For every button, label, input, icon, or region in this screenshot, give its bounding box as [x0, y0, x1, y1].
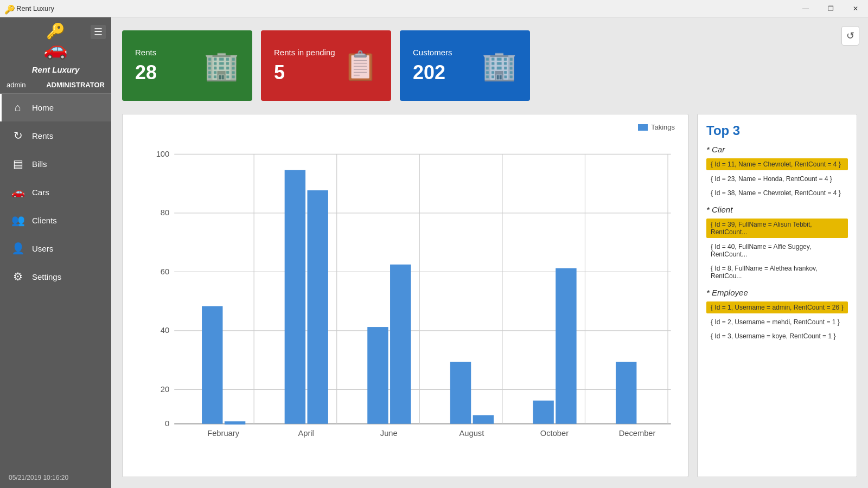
sidebar-item-clients[interactable]: 👥 Clients — [0, 206, 111, 234]
svg-rect-19 — [225, 421, 245, 425]
refresh-button[interactable]: ↺ — [841, 26, 859, 46]
stat-pending-label: Rents in pending — [274, 48, 335, 57]
sidebar-nav: ⌂ Home ↻ Rents ▤ Bills 🚗 Cars 👥 Clients … — [0, 94, 111, 467]
app-title: Rent Luxury — [16, 4, 54, 12]
stat-pending-icon: 📋 — [343, 49, 378, 82]
top3-employee-item-1: { Id = 1, Username = admin, RentCount = … — [706, 301, 848, 313]
minimize-button[interactable]: — — [793, 0, 818, 17]
stat-card-rents: Rents 28 🏢 — [122, 30, 252, 101]
sidebar-item-bills-label: Bills — [32, 159, 47, 169]
sidebar-item-settings[interactable]: ⚙ Settings — [0, 262, 111, 291]
top3-client-item-2: { Id = 40, FullName = Alfie Suggey, Rent… — [706, 241, 848, 260]
footer-datetime: 05/21/2019 10:16:20 — [9, 474, 68, 481]
sidebar-logo: 🔑 🚗 — [43, 24, 68, 59]
sidebar-item-rents[interactable]: ↻ Rents — [0, 121, 111, 150]
sidebar-item-users[interactable]: 👤 Users — [0, 234, 111, 262]
hamburger-button[interactable]: ☰ — [91, 25, 106, 39]
key-icon: 🔑 — [46, 24, 65, 39]
sidebar-item-bills[interactable]: ▤ Bills — [0, 150, 111, 178]
svg-rect-27 — [556, 268, 576, 424]
sidebar-header: 🔑 🚗 ☰ — [0, 17, 111, 63]
stat-pending-value: 5 — [274, 61, 335, 84]
stat-card-rents-text: Rents 28 — [135, 48, 157, 84]
maximize-button[interactable]: ❐ — [818, 0, 843, 17]
settings-icon: ⚙ — [10, 270, 25, 283]
stat-card-customers-text: Customers 202 — [413, 48, 452, 84]
svg-rect-23 — [390, 265, 411, 424]
sidebar-item-users-label: Users — [32, 244, 53, 253]
car-icon: 🚗 — [43, 39, 68, 59]
svg-text:October: October — [540, 429, 569, 438]
top3-employee-title: Employee — [706, 288, 848, 297]
stat-rents-icon: 🏢 — [204, 49, 239, 82]
svg-rect-25 — [473, 415, 494, 424]
stat-rents-value: 28 — [135, 61, 157, 84]
top3-client-item-3: { Id = 8, FullName = Alethea Ivankov, Re… — [706, 263, 848, 281]
top3-client-item-1: { Id = 39, FullName = Alisun Tebbit, Ren… — [706, 219, 848, 238]
svg-rect-24 — [450, 362, 471, 423]
close-button[interactable]: ✕ — [843, 0, 868, 17]
svg-rect-26 — [533, 401, 553, 424]
sidebar-item-home-label: Home — [32, 103, 54, 112]
stats-row: Rents 28 🏢 Rents in pending 5 📋 Customer… — [122, 30, 857, 101]
stat-card-rents-pending: Rents in pending 5 📋 — [261, 30, 391, 101]
svg-rect-22 — [367, 327, 388, 424]
top3-title: Top 3 — [706, 123, 848, 138]
sidebar-item-settings-label: Settings — [32, 272, 61, 281]
app-icon: 🔑 — [4, 4, 13, 13]
cars-icon: 🚗 — [10, 185, 25, 198]
top3-employee-item-3: { Id = 3, Username = koye, RentCount = 1… — [706, 331, 848, 342]
svg-text:80: 80 — [161, 208, 169, 217]
users-icon: 👤 — [10, 242, 25, 255]
svg-text:June: June — [380, 429, 398, 438]
top3-client-section: Client { Id = 39, FullName = Alisun Tebb… — [706, 205, 848, 281]
sidebar-footer: 05/21/2019 10:16:20 — [0, 467, 111, 488]
chart-legend: Takings — [638, 123, 675, 131]
legend-box — [638, 124, 648, 131]
top3-employee-item-2: { Id = 2, Username = mehdi, RentCount = … — [706, 317, 848, 328]
sidebar-item-cars[interactable]: 🚗 Cars — [0, 178, 111, 206]
top3-car-item-1: { Id = 11, Name = Chevrolet, RentCount =… — [706, 158, 848, 170]
svg-text:0: 0 — [165, 419, 169, 428]
svg-text:40: 40 — [161, 326, 169, 335]
stat-rents-label: Rents — [135, 48, 157, 57]
stat-card-customers: Customers 202 🏢 — [400, 30, 530, 101]
top3-panel: Top 3 Car { Id = 11, Name = Chevrolet, R… — [697, 114, 857, 477]
main-content: ↺ Rents 28 🏢 Rents in pending 5 📋 Custom… — [111, 17, 868, 488]
brand-name: Rent Luxury — [0, 63, 111, 79]
top3-client-title: Client — [706, 205, 848, 214]
sidebar-user: admin ADMINISTRATOR — [0, 79, 111, 94]
sidebar-item-cars-label: Cars — [32, 188, 49, 197]
legend-label: Takings — [651, 123, 675, 131]
svg-text:20: 20 — [161, 385, 169, 394]
svg-text:December: December — [619, 429, 656, 438]
chart-svg: 100 80 60 40 20 0 — [150, 123, 677, 455]
top3-car-item-3: { Id = 38, Name = Chevrolet, RentCount =… — [706, 188, 848, 198]
svg-text:February: February — [207, 429, 239, 438]
top3-car-section: Car { Id = 11, Name = Chevrolet, RentCou… — [706, 145, 848, 198]
sidebar-item-clients-label: Clients — [32, 216, 57, 225]
sidebar-item-rents-label: Rents — [32, 131, 53, 140]
svg-rect-18 — [202, 306, 222, 424]
bottom-area: Takings 100 80 60 40 — [122, 114, 857, 477]
sidebar-item-home[interactable]: ⌂ Home — [0, 94, 111, 121]
top3-employee-section: Employee { Id = 1, Username = admin, Ren… — [706, 288, 848, 342]
stat-customers-label: Customers — [413, 48, 452, 57]
user-name: admin — [7, 81, 25, 89]
chart-container: Takings 100 80 60 40 — [122, 114, 688, 477]
home-icon: ⌂ — [10, 101, 25, 114]
window-controls: — ❐ ✕ — [793, 0, 868, 17]
svg-text:60: 60 — [161, 267, 169, 276]
stat-card-pending-text: Rents in pending 5 — [274, 48, 335, 84]
titlebar: 🔑 Rent Luxury — ❐ ✕ — [0, 0, 868, 17]
svg-rect-28 — [616, 362, 636, 423]
svg-rect-21 — [307, 190, 328, 424]
stat-customers-value: 202 — [413, 61, 452, 84]
svg-text:100: 100 — [156, 150, 170, 158]
sidebar: 🔑 🚗 ☰ Rent Luxury admin ADMINISTRATOR ⌂ … — [0, 17, 111, 488]
svg-text:August: August — [459, 429, 484, 438]
stat-customers-icon: 🏢 — [482, 49, 517, 82]
top3-car-title: Car — [706, 145, 848, 154]
user-role: ADMINISTRATOR — [46, 81, 105, 89]
svg-text:April: April — [298, 429, 314, 438]
